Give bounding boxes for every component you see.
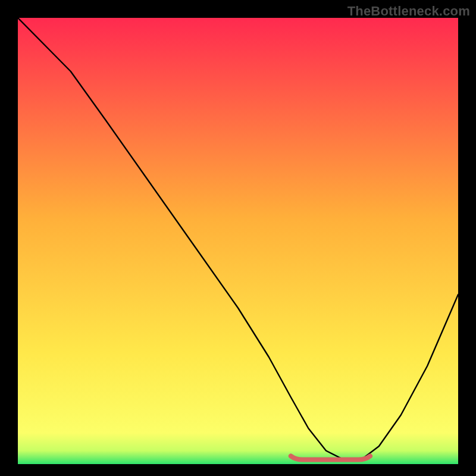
bottleneck-chart [18,18,458,464]
chart-container: TheBottleneck.com [0,0,476,476]
watermark-text: TheBottleneck.com [347,4,470,19]
plot-bg [18,18,458,464]
